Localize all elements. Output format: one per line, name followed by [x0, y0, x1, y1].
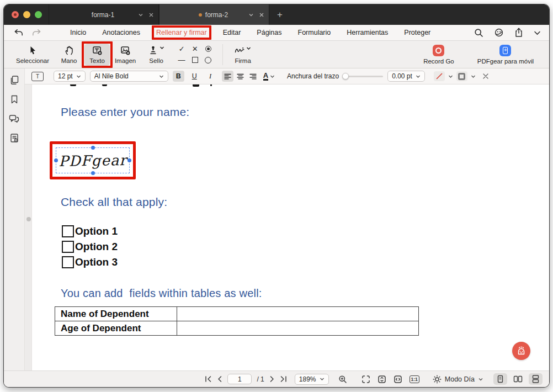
comments-icon[interactable] — [9, 114, 19, 124]
close-tab-icon[interactable] — [259, 12, 264, 18]
bookmarks-icon[interactable] — [9, 94, 19, 104]
hand-tool-button[interactable]: Mano — [54, 44, 84, 66]
menu-inicio[interactable]: Inicio — [70, 29, 86, 36]
checkbox-option-2[interactable] — [62, 241, 74, 253]
tab-forma-1[interactable]: forma-1 — [49, 4, 159, 25]
single-page-view-button[interactable] — [493, 373, 507, 385]
fit-height-icon[interactable] — [377, 375, 386, 384]
align-left-button[interactable] — [222, 71, 233, 82]
chevron-down-icon[interactable] — [534, 30, 541, 35]
stamp-tool-button[interactable]: Sello — [141, 44, 172, 66]
sidebar-resize-gutter[interactable] — [25, 84, 32, 370]
previous-page-icon[interactable] — [217, 375, 222, 383]
toolbar-divider — [222, 44, 223, 65]
align-right-button[interactable] — [247, 71, 259, 82]
slider-knob[interactable] — [342, 73, 349, 80]
select-tool-button[interactable]: Seleccionar — [12, 44, 54, 66]
search-icon[interactable] — [474, 28, 483, 38]
signature-tool-button[interactable]: Firma — [227, 44, 258, 66]
next-page-icon[interactable] — [269, 375, 275, 383]
resize-handle[interactable] — [26, 217, 31, 221]
last-page-icon[interactable] — [280, 375, 288, 383]
stroke-width-slider[interactable] — [343, 76, 383, 77]
actual-size-icon[interactable]: 1:1 — [410, 375, 419, 383]
close-tab-icon[interactable] — [148, 12, 154, 18]
checkbox-option-3[interactable] — [62, 256, 74, 268]
close-format-bar-icon[interactable] — [482, 73, 489, 80]
circle-tool[interactable] — [205, 57, 211, 63]
signature-text[interactable]: PDFgear — [56, 147, 130, 173]
tab-forma-2[interactable]: forma-2 — [159, 4, 269, 25]
option-row-2: Option 2 — [62, 239, 118, 255]
pdfgear-mobile-button[interactable]: PDFgear para móvil — [473, 43, 538, 66]
bold-button[interactable]: B — [173, 71, 184, 82]
ai-assistant-bubble-button[interactable] — [512, 342, 530, 360]
text-field-icon-button[interactable]: T — [31, 72, 44, 81]
text-tool-button[interactable]: Texto — [84, 44, 110, 66]
zoom-in-icon[interactable] — [338, 375, 347, 384]
day-mode-label[interactable]: Modo Día — [445, 375, 475, 383]
underline-button[interactable]: U — [189, 71, 200, 82]
chevron-down-icon[interactable] — [248, 12, 254, 18]
signatures-panel-icon[interactable] — [9, 133, 19, 143]
align-center-button[interactable] — [235, 71, 246, 82]
menu-paginas[interactable]: Páginas — [257, 29, 281, 36]
menu-proteger[interactable]: Proteger — [404, 29, 430, 36]
chevron-down-icon[interactable] — [471, 75, 476, 78]
continuous-scroll-view-button[interactable] — [529, 373, 543, 385]
font-color-button[interactable]: A — [263, 72, 275, 81]
share-icon[interactable] — [514, 28, 523, 38]
radio-dot-tool[interactable] — [205, 46, 211, 52]
chevron-down-icon[interactable] — [478, 377, 483, 382]
ai-assistant-icon[interactable] — [494, 28, 504, 38]
signature-squiggle-icon — [235, 46, 245, 54]
pdf-page[interactable]: Please enter your name: PDFgear Check al… — [32, 84, 549, 370]
fill-color-swatch[interactable] — [456, 71, 467, 81]
stroke-color-swatch[interactable] — [434, 71, 445, 81]
prompt-table-fields: You can add fields within tables as well… — [61, 287, 262, 300]
fit-width-icon[interactable] — [394, 375, 402, 384]
menu-anotaciones[interactable]: Anotaciones — [102, 29, 140, 36]
fit-page-icon[interactable] — [361, 375, 370, 384]
document-viewport[interactable]: Please enter your name: PDFgear Check al… — [25, 84, 549, 370]
format-bar: T 12 pt Al Nile Bold B U I — [25, 68, 549, 84]
zoom-window-button[interactable] — [35, 11, 42, 18]
chevron-down-icon[interactable] — [138, 12, 143, 18]
cross-tool[interactable]: ✕ — [192, 45, 198, 53]
dash-tool[interactable]: — — [178, 56, 185, 64]
chevron-down-icon[interactable] — [448, 75, 453, 78]
tool-label: Imagen — [115, 57, 136, 64]
menu-herramientas[interactable]: Herramientas — [347, 29, 388, 36]
square-tool[interactable] — [192, 57, 198, 63]
font-family-dropdown[interactable]: Al Nile Bold — [90, 71, 168, 82]
italic-button[interactable]: I — [205, 71, 216, 82]
page-thumbnails-icon[interactable] — [9, 75, 19, 85]
menu-formulario[interactable]: Formulario — [298, 29, 331, 36]
stroke-width-dropdown[interactable]: 0.00 pt — [387, 71, 425, 82]
page-number-input[interactable]: 1 — [227, 374, 252, 384]
redo-icon[interactable] — [32, 29, 41, 37]
first-page-icon[interactable] — [204, 375, 212, 383]
menu-items: Inicio Anotaciones Rellenar y firmar Edi… — [70, 29, 430, 36]
checkmark-tool[interactable]: ✓ — [179, 45, 185, 53]
checkbox-option-1[interactable] — [62, 225, 74, 237]
record-go-button[interactable]: Record Go — [419, 43, 459, 66]
menu-editar[interactable]: Editar — [223, 29, 241, 36]
image-tool-button[interactable]: Imagen — [110, 44, 141, 66]
chevron-down-icon — [159, 46, 164, 50]
option-row-1: Option 1 — [62, 224, 118, 239]
table-cell-value[interactable] — [177, 321, 419, 336]
chevron-down-icon — [320, 377, 325, 381]
menu-rellenar-y-firmar[interactable]: Rellenar y firmar — [156, 29, 207, 36]
undo-icon[interactable] — [14, 29, 23, 37]
minimize-window-button[interactable] — [23, 11, 30, 18]
tool-label: Seleccionar — [16, 57, 49, 64]
close-window-button[interactable] — [12, 11, 19, 18]
table-cell-value[interactable] — [177, 307, 419, 321]
prompt-check-all: Check all that apply: — [61, 195, 167, 209]
two-page-view-button[interactable] — [511, 373, 525, 385]
zoom-level-dropdown[interactable]: 189% — [295, 374, 329, 385]
new-tab-button[interactable]: + — [269, 4, 290, 25]
font-size-dropdown[interactable]: 12 pt — [54, 71, 86, 82]
signature-selection-box[interactable]: PDFgear — [56, 147, 130, 173]
